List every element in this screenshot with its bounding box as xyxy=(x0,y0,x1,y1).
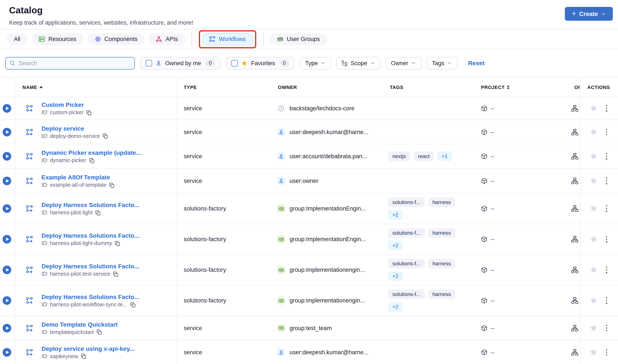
play-button[interactable] xyxy=(3,348,11,356)
entity-name-link[interactable]: Deploy service using x-api-key... xyxy=(41,345,135,352)
kebab-menu-button[interactable] xyxy=(605,152,608,161)
favorite-star-button[interactable] xyxy=(590,205,598,213)
entity-name-link[interactable]: Deploy Harness Solutions Facto... xyxy=(41,263,139,270)
column-header-project[interactable]: PROJECT xyxy=(481,84,510,90)
play-button[interactable] xyxy=(3,266,11,274)
package-icon xyxy=(481,267,487,273)
play-button[interactable] xyxy=(3,324,11,332)
sitemap-icon[interactable] xyxy=(571,266,578,273)
entity-name-link[interactable]: Custom Picker xyxy=(41,101,92,108)
tab-resources[interactable]: Resources xyxy=(31,33,84,45)
favorite-star-button[interactable] xyxy=(590,177,598,185)
user-icon xyxy=(277,348,285,356)
tags-dropdown[interactable]: Tags xyxy=(427,57,457,69)
entity-name-link[interactable]: Deploy Harness Solutions Facto... xyxy=(41,232,139,239)
copy-icon[interactable] xyxy=(115,241,120,246)
entity-id: ID: harness-pilot-workflow-sync-te... xyxy=(41,302,127,308)
copy-icon[interactable] xyxy=(130,302,135,307)
play-button[interactable] xyxy=(3,235,11,244)
owner-dropdown[interactable]: Owner xyxy=(386,57,421,69)
copy-icon[interactable] xyxy=(113,271,118,277)
kebab-menu-button[interactable] xyxy=(605,176,608,185)
project-cell: -- xyxy=(491,236,494,242)
search-input[interactable] xyxy=(19,60,131,66)
copy-icon[interactable] xyxy=(89,158,94,163)
owned-by-me-filter[interactable]: Owned by me 0 xyxy=(140,57,220,69)
column-header-name[interactable]: NAME xyxy=(23,84,43,90)
entity-name-link[interactable]: Dynamic Picker example (update... xyxy=(41,149,141,156)
favorite-star-button[interactable] xyxy=(590,128,598,136)
column-header-org-truncated: OR xyxy=(571,84,579,90)
entity-name-link[interactable]: Deploy Harness Solutions Facto... xyxy=(41,293,139,300)
favorites-filter[interactable]: Favorites 0 xyxy=(226,57,294,69)
favorite-star-button[interactable] xyxy=(590,266,598,274)
tag-pill: harness xyxy=(428,289,455,299)
play-button[interactable] xyxy=(3,104,11,113)
copy-icon[interactable] xyxy=(109,182,115,188)
tab-apis[interactable]: APIs xyxy=(148,33,185,45)
more-tags-pill[interactable]: +2 xyxy=(388,241,403,250)
entity-name-link[interactable]: Deploy Harness Solutions Facto... xyxy=(41,201,139,208)
kebab-menu-button[interactable] xyxy=(605,347,608,357)
filter-bar: Owned by me 0 Favorites 0 Type Scope Own… xyxy=(0,49,618,77)
copy-icon[interactable] xyxy=(103,133,108,139)
kebab-menu-button[interactable] xyxy=(605,104,608,113)
package-icon xyxy=(481,153,487,159)
favorite-star-button[interactable] xyxy=(590,348,598,356)
tab-resources-label: Resources xyxy=(48,36,76,42)
kebab-menu-button[interactable] xyxy=(605,127,608,136)
tab-user-groups[interactable]: User Groups xyxy=(269,33,327,45)
sitemap-icon[interactable] xyxy=(571,349,578,356)
more-tags-pill[interactable]: +2 xyxy=(388,302,403,312)
kebab-menu-button[interactable] xyxy=(605,296,608,305)
favorite-star-button[interactable] xyxy=(590,297,598,305)
owned-by-me-checkbox[interactable] xyxy=(146,60,152,66)
tab-all[interactable]: All xyxy=(6,33,28,45)
more-tags-pill[interactable]: +1 xyxy=(437,152,452,161)
type-cell: solutions-factory xyxy=(184,236,226,242)
scope-dropdown[interactable]: Scope xyxy=(336,57,380,69)
more-tags-pill[interactable]: +2 xyxy=(388,210,403,220)
copy-icon[interactable] xyxy=(81,353,86,359)
sitemap-icon[interactable] xyxy=(571,325,578,331)
entity-name-link[interactable]: Deploy service xyxy=(41,125,108,132)
sitemap-icon[interactable] xyxy=(571,153,578,160)
sitemap-icon[interactable] xyxy=(571,297,578,304)
tag-pill: solutions-f... xyxy=(388,289,425,299)
tab-components[interactable]: Components xyxy=(87,33,145,45)
play-button[interactable] xyxy=(3,128,11,136)
table-row: Demo Template Quickstart ID: templatequi… xyxy=(0,316,618,340)
reset-filters-button[interactable]: Reset xyxy=(468,60,484,66)
kebab-menu-button[interactable] xyxy=(605,323,608,332)
entity-kind-tabs: All Resources Components APIs Workflows … xyxy=(0,29,618,49)
tab-workflows[interactable]: Workflows xyxy=(202,33,253,45)
type-dropdown[interactable]: Type xyxy=(300,57,331,69)
play-button[interactable] xyxy=(3,177,11,185)
play-button[interactable] xyxy=(3,296,11,305)
entity-name-link[interactable]: Demo Template Quickstart xyxy=(41,321,118,328)
sitemap-icon[interactable] xyxy=(571,105,578,112)
sitemap-icon[interactable] xyxy=(571,178,578,184)
copy-icon[interactable] xyxy=(95,210,101,215)
sitemap-icon[interactable] xyxy=(571,236,578,243)
kebab-menu-button[interactable] xyxy=(605,234,608,244)
sitemap-icon[interactable] xyxy=(571,205,578,212)
package-icon xyxy=(481,325,487,331)
kebab-menu-button[interactable] xyxy=(605,265,608,274)
favorite-star-button[interactable] xyxy=(590,104,598,113)
favorite-star-button[interactable] xyxy=(590,235,598,243)
column-header-actions: ACTIONS xyxy=(587,84,610,90)
owner-cell: group:implementationengin... xyxy=(290,297,365,304)
copy-icon[interactable] xyxy=(86,110,92,115)
kebab-menu-button[interactable] xyxy=(605,204,608,213)
favorites-checkbox[interactable] xyxy=(231,60,238,66)
create-button[interactable]: + Create xyxy=(565,7,613,21)
play-button[interactable] xyxy=(3,152,11,161)
play-button[interactable] xyxy=(3,204,11,213)
favorite-star-button[interactable] xyxy=(590,324,598,332)
entity-name-link[interactable]: Example AllOf Template xyxy=(41,174,115,181)
sitemap-icon[interactable] xyxy=(571,129,578,135)
favorite-star-button[interactable] xyxy=(590,152,598,160)
copy-icon[interactable] xyxy=(96,329,102,335)
more-tags-pill[interactable]: +2 xyxy=(388,271,403,281)
